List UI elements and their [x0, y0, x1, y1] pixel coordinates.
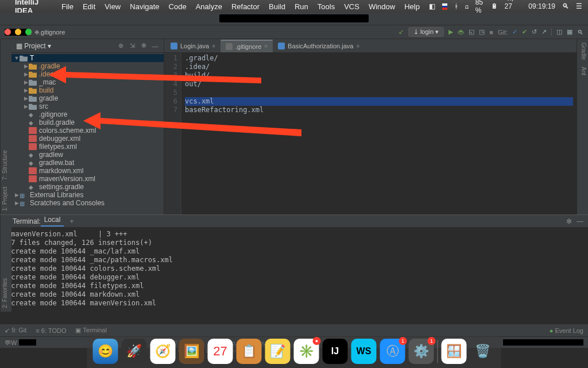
search-everywhere-icon[interactable]: 🔍︎	[577, 29, 583, 36]
tray-icon[interactable]: ◧	[429, 2, 435, 10]
stop-icon[interactable]: ■	[489, 29, 493, 36]
editor-tab[interactable]: .gitignore×	[220, 40, 273, 52]
menu-build[interactable]: Build	[269, 2, 285, 11]
editor-tab[interactable]: Login.java×	[165, 40, 220, 52]
menu-icon[interactable]: ☰	[576, 2, 582, 10]
tree-node[interactable]: debugger.xml	[11, 135, 164, 143]
tree-node[interactable]: ▶.idea	[11, 70, 164, 78]
tab-gradle[interactable]: Gradle	[578, 43, 587, 60]
tree-node[interactable]: ▶src	[11, 102, 164, 110]
tree-node[interactable]: colors.scheme.xml	[11, 126, 164, 135]
dock-appstore[interactable]: Ⓐ1	[380, 339, 405, 364]
project-tool-window: ▦ Project ▾ ⊕ ⇲ ✻ — ▼T▶.gradle▶.idea▶_ma…	[11, 39, 164, 214]
dock-safari[interactable]: 🧭	[150, 339, 176, 364]
redacted	[503, 339, 583, 346]
menu-analyze[interactable]: Analyze	[196, 2, 222, 11]
tree-node[interactable]: markdown.xml	[11, 167, 164, 175]
project-view-select[interactable]: ▦ Project ▾	[16, 42, 51, 50]
macos-menubar: IntelliJ IDEA File Edit View Navigate Co…	[0, 0, 588, 13]
dock-finder[interactable]: 😊	[93, 339, 118, 364]
tree-node[interactable]: ▶build	[11, 86, 164, 94]
tree-node[interactable]: ▶gradle	[11, 94, 164, 102]
status-git[interactable]: ↙ 9: Git	[5, 327, 26, 334]
dock-intellij[interactable]: IJ	[323, 339, 348, 364]
menu-window[interactable]: Window	[369, 2, 395, 11]
tree-node[interactable]: ◆gradlew.bat	[11, 159, 164, 167]
menu-tools[interactable]: Tools	[318, 2, 335, 11]
breadcrumb-file[interactable]: .gitignore	[39, 29, 65, 36]
git-commit-icon[interactable]: ✔	[522, 28, 527, 36]
flag-icon[interactable]	[442, 3, 447, 10]
tab-structure[interactable]: 7: Structure	[2, 150, 10, 180]
tree-node[interactable]: ◆build.gradle	[11, 118, 164, 126]
editor-tab[interactable]: BasicAuthorization.java×	[273, 40, 365, 52]
terminal-settings-icon[interactable]: ✻	[566, 217, 572, 225]
tree-node[interactable]: ◆settings.gradle	[11, 183, 164, 191]
structure-icon[interactable]: ◫	[556, 28, 562, 36]
coverage-icon[interactable]: ◱	[469, 28, 474, 36]
menubar-time[interactable]: 09:19:19	[528, 2, 555, 10]
dock-reminders[interactable]: 📋	[237, 339, 262, 364]
tree-node[interactable]: ▶.gradle	[11, 62, 164, 70]
run-config-select[interactable]: ⤓ login ▾	[408, 27, 444, 37]
tree-node[interactable]: ◆gradlew	[11, 151, 164, 159]
tree-node[interactable]: filetypes.xml	[11, 143, 164, 151]
menu-edit[interactable]: Edit	[83, 2, 95, 11]
debug-icon[interactable]: 🐞︎	[458, 29, 464, 36]
menu-file[interactable]: File	[61, 2, 74, 11]
tab-ant[interactable]: Ant	[578, 67, 587, 75]
menu-code[interactable]: Code	[169, 2, 187, 11]
menu-run[interactable]: Run	[295, 2, 308, 11]
dock-photos[interactable]: 🖼️	[179, 339, 204, 364]
search-icon[interactable]: 🔍︎	[562, 2, 569, 10]
terminal-tab-local[interactable]: Local	[41, 216, 64, 227]
tree-node[interactable]: ▼T	[11, 54, 164, 62]
tree-node[interactable]: mavenVersion.xml	[11, 175, 164, 183]
menu-navigate[interactable]: Navigate	[130, 2, 159, 11]
locate-icon[interactable]: ⊕	[117, 42, 125, 50]
tab-favorites[interactable]: 2: Favorites	[2, 278, 8, 308]
git-update-icon[interactable]: ✓	[512, 28, 517, 36]
project-tree[interactable]: ▼T▶.gradle▶.idea▶_mac▶build▶gradle▶src◆.…	[11, 53, 164, 214]
dock-file[interactable]: 🪟	[442, 339, 467, 364]
profiler-icon[interactable]: ◳	[479, 28, 485, 36]
status-eventlog[interactable]: ● Event Log	[550, 327, 583, 334]
run-icon[interactable]: ▶	[448, 28, 453, 36]
menu-help[interactable]: Help	[404, 2, 420, 11]
tree-node[interactable]: ◆.gitignore	[11, 110, 164, 118]
dock-calendar[interactable]: 27	[208, 339, 233, 364]
terminal-new-tab[interactable]: +	[69, 217, 74, 225]
git-label: Git:	[498, 29, 508, 36]
git-revert-icon[interactable]: ↗	[541, 28, 547, 36]
menu-refactor[interactable]: Refactor	[231, 2, 260, 11]
terminal-output[interactable]: mavenVersion.xml | 3 +++ 7 files changed…	[0, 228, 588, 324]
tree-node[interactable]: ▶_mac	[11, 78, 164, 86]
expand-icon[interactable]: ⇲	[128, 42, 136, 50]
dock-launchpad[interactable]: 🚀	[122, 339, 147, 364]
terminal-hide-icon[interactable]: —	[577, 217, 583, 225]
status-todo[interactable]: ≡ 6: TODO	[36, 327, 66, 334]
hide-icon[interactable]: —	[151, 42, 159, 50]
tab-project[interactable]: 1: Project	[2, 187, 10, 211]
tree-node[interactable]: ▶⊞Scratches and Consoles	[11, 199, 164, 207]
gear-icon[interactable]: ✻	[140, 42, 148, 50]
tree-node[interactable]: ▶⊞External Libraries	[11, 191, 164, 199]
dock-trash[interactable]: 🗑️	[470, 339, 496, 364]
status-terminal[interactable]: ▣ Terminal	[75, 327, 106, 334]
bluetooth-icon[interactable]: ᚼ	[454, 2, 458, 10]
menu-vcs[interactable]: VCS	[344, 2, 359, 11]
dock-settings[interactable]: ⚙️1	[409, 339, 434, 364]
dock-webstorm[interactable]: WS	[351, 339, 377, 364]
dock-notes[interactable]: 📝	[265, 339, 291, 364]
menu-view[interactable]: View	[105, 2, 121, 11]
close-window[interactable]	[5, 29, 11, 35]
wifi-icon[interactable]: ⩍	[465, 2, 469, 10]
settings-icon[interactable]: ▦	[567, 28, 572, 36]
battery-icon[interactable]: 🔋︎	[491, 2, 498, 10]
minimize-window[interactable]	[15, 29, 21, 35]
build-icon[interactable]: ↙	[399, 28, 404, 36]
zoom-window[interactable]	[25, 29, 32, 35]
dock-slack[interactable]: ✳️●	[294, 339, 319, 364]
code-content[interactable]: .gradle/.idea/build/out/ vcs.xmlbaseRefa…	[181, 53, 577, 214]
git-history-icon[interactable]: ↺	[532, 28, 537, 36]
